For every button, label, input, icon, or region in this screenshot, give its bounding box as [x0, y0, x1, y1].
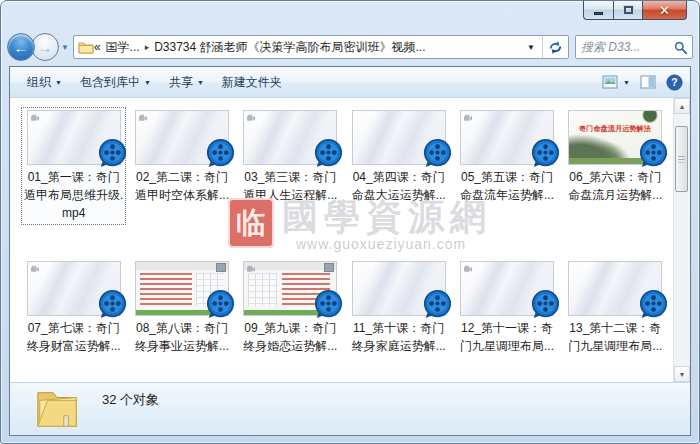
organize-label: 组织 — [27, 74, 51, 91]
media-type-icon — [464, 265, 472, 272]
include-in-library-label: 包含到库中 — [80, 74, 140, 91]
share-label: 共享 — [169, 74, 193, 91]
navigation-bar: ← → ▼ « 国学... ▸ D33734 舒涵老师《决策学高阶布局密训班》视… — [7, 30, 693, 64]
video-player-icon — [98, 290, 127, 319]
forward-arrow-icon: → — [38, 40, 53, 55]
video-thumbnail: 奇门命盘流月运势解法 — [568, 110, 662, 165]
refresh-button[interactable] — [542, 35, 568, 59]
file-name: 06_第六课：奇门命盘流月运势解... — [566, 168, 665, 204]
vertical-scrollbar[interactable]: ▲ ▼ — [673, 98, 690, 382]
maximize-button[interactable] — [613, 1, 642, 20]
video-player-icon — [206, 139, 235, 168]
breadcrumb-root[interactable]: 国学... — [106, 39, 140, 56]
file-item[interactable]: 05_第五课：奇门命盘流年运势解... — [455, 108, 558, 224]
video-thumbnail — [352, 261, 446, 316]
share-button[interactable]: 共享 ▼ — [160, 70, 213, 95]
chevron-down-icon: ▼ — [623, 79, 630, 86]
video-player-icon — [423, 290, 452, 319]
video-thumbnail — [243, 110, 337, 165]
close-button[interactable]: ✕ — [642, 1, 687, 20]
file-name: 08_第八课：奇门终身事业运势解... — [132, 319, 231, 355]
maximize-icon — [624, 6, 633, 14]
command-toolbar: 组织 ▼ 包含到库中 ▼ 共享 ▼ 新建文件夹 ▼ — [10, 67, 690, 98]
video-player-icon — [423, 139, 452, 168]
file-item[interactable]: 11_第十课：奇门终身家庭运势解... — [347, 259, 450, 357]
chevron-down-icon: ▼ — [197, 79, 204, 86]
include-in-library-button[interactable]: 包含到库中 ▼ — [71, 70, 160, 95]
slide-portrait-decoration — [324, 263, 334, 272]
slide-text-decoration — [140, 273, 192, 308]
help-button[interactable]: ? — [666, 74, 682, 90]
scrollbar-grip — [678, 156, 685, 163]
object-count: 32 个对象 — [102, 391, 159, 409]
file-name: 12_第十一课：奇门九星调理布局... — [457, 319, 556, 355]
file-item[interactable]: 02_第二课：奇门遁甲时空体系解... — [130, 108, 233, 224]
media-type-icon — [139, 114, 147, 121]
media-type-icon — [464, 114, 472, 121]
caption-buttons: ✕ — [583, 1, 687, 20]
file-item[interactable]: 03_第三课：奇门遁甲人生运程解... — [239, 108, 342, 224]
recent-pages-dropdown[interactable]: ▼ — [61, 43, 69, 52]
video-player-icon — [98, 139, 127, 168]
file-grid: 01_第一课：奇门遁甲布局思维升级.mp4 — [10, 98, 672, 382]
video-thumbnail — [568, 261, 662, 316]
new-folder-label: 新建文件夹 — [222, 74, 282, 91]
client-area: 组织 ▼ 包含到库中 ▼ 共享 ▼ 新建文件夹 ▼ — [9, 66, 691, 436]
forward-button[interactable]: → — [31, 33, 59, 61]
file-name: 07_第七课：奇门终身财富运势解... — [24, 319, 123, 355]
refresh-icon — [548, 40, 563, 55]
back-arrow-icon: ← — [14, 40, 29, 55]
scroll-up-button[interactable]: ▲ — [674, 98, 690, 114]
file-item[interactable]: 13_第十二课：奇门九星调理布局... — [564, 259, 667, 357]
file-name: 03_第三课：奇门遁甲人生运程解... — [241, 168, 340, 204]
organize-button[interactable]: 组织 ▼ — [18, 70, 71, 95]
preview-pane-button[interactable] — [640, 74, 656, 90]
chevron-down-icon: ▼ — [55, 79, 62, 86]
address-history-dropdown[interactable]: ▼ — [520, 43, 542, 52]
breadcrumb[interactable]: « 国学... ▸ D33734 舒涵老师《决策学高阶布局密训班》视频... — [94, 39, 520, 56]
breadcrumb-separator-icon: ▸ — [145, 42, 150, 52]
change-view-button[interactable]: ▼ — [602, 74, 630, 90]
scroll-down-button[interactable]: ▼ — [674, 366, 690, 382]
file-name: 05_第五课：奇门命盘流年运势解... — [457, 168, 556, 204]
video-player-icon — [531, 290, 560, 319]
file-item[interactable]: 09_第九课：奇门终身婚恋运势解... — [239, 259, 342, 357]
file-item[interactable]: 12_第十一课：奇门九星调理布局... — [455, 259, 558, 357]
video-player-icon — [314, 290, 343, 319]
file-name: 09_第九课：奇门终身婚恋运势解... — [241, 319, 340, 355]
video-thumbnail — [27, 110, 121, 165]
video-thumbnail — [135, 110, 229, 165]
search-input[interactable]: 搜索 D33... — [575, 35, 693, 59]
file-item[interactable]: 01_第一课：奇门遁甲布局思维升级.mp4 — [22, 108, 125, 224]
search-icon — [674, 41, 687, 54]
file-list-area: 01_第一课：奇门遁甲布局思维升级.mp4 — [10, 98, 690, 382]
minimize-button[interactable] — [583, 1, 613, 20]
media-type-icon — [31, 114, 39, 121]
scrollbar-thumb[interactable] — [675, 126, 688, 192]
file-name: 02_第二课：奇门遁甲时空体系解... — [132, 168, 231, 204]
minimize-icon — [594, 12, 603, 15]
media-type-icon — [247, 114, 255, 121]
file-name: 04_第四课：奇门命盘大运运势解... — [349, 168, 448, 204]
chevron-down-icon: ▼ — [144, 79, 151, 86]
back-button[interactable]: ← — [7, 33, 35, 61]
video-player-icon — [639, 290, 668, 319]
file-item[interactable]: 04_第四课：奇门命盘大运运势解... — [347, 108, 450, 224]
address-bar[interactable]: « 国学... ▸ D33734 舒涵老师《决策学高阶布局密训班》视频... ▼ — [73, 35, 569, 59]
explorer-window: ✕ ← → ▼ « 国学... ▸ D33734 舒涵老师《决策学高阶布局密训班… — [0, 0, 700, 444]
video-thumbnail — [352, 110, 446, 165]
toolbar-right-group: ▼ ? — [602, 74, 682, 90]
file-item[interactable]: 07_第七课：奇门终身财富运势解... — [22, 259, 125, 357]
folder-icon — [78, 39, 94, 55]
file-row-1: 01_第一课：奇门遁甲布局思维升级.mp4 — [22, 108, 672, 224]
views-icon — [602, 74, 618, 90]
file-row-2: 07_第七课：奇门终身财富运势解... — [22, 259, 672, 357]
breadcrumb-overflow-chevron[interactable]: « — [94, 40, 101, 54]
file-item[interactable]: 08_第八课：奇门终身事业运势解... — [130, 259, 233, 357]
breadcrumb-current-folder[interactable]: D33734 舒涵老师《决策学高阶布局密训班》视频... — [154, 39, 425, 56]
new-folder-button[interactable]: 新建文件夹 — [213, 70, 291, 95]
video-thumbnail — [460, 110, 554, 165]
thumbnail-title: 奇门命盘流月运势解法 — [577, 124, 653, 132]
file-item[interactable]: 奇门命盘流月运势解法 06_第六课：奇门命盘流月运势解... — [564, 108, 667, 224]
slide-chart-decoration — [248, 273, 278, 306]
